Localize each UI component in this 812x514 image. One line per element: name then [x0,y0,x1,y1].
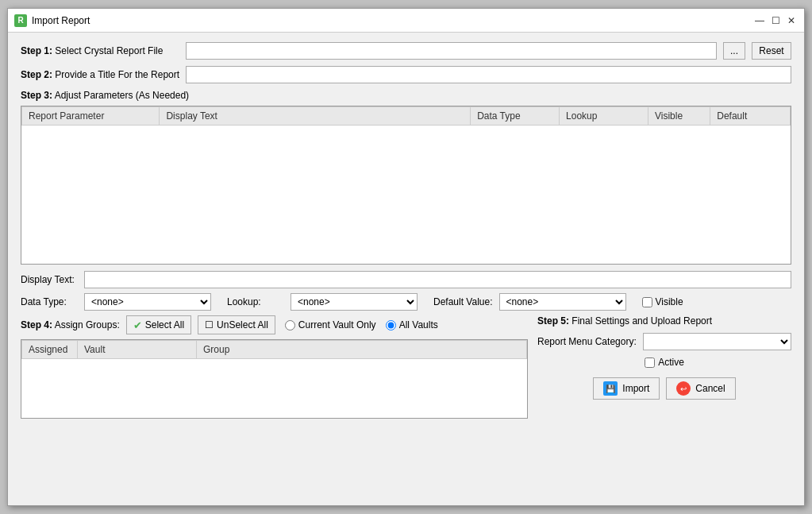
title-bar-left: R Import Report [14,14,90,27]
step2-row: Step 2: Provide a Title For the Report [21,66,791,83]
groups-table-header: Assigned Vault Group [22,341,527,359]
active-row: Active [537,357,791,368]
current-vault-radio-label[interactable]: Current Vault Only [285,319,376,330]
browse-button[interactable]: ... [723,42,745,60]
data-type-row: Data Type: <none> Lookup: <none> Default… [21,293,791,311]
col-assigned: Assigned [22,341,78,359]
square-icon: ☐ [205,319,214,330]
step3-label: Step 3: Adjust Parameters (As Needed) [21,90,791,101]
groups-table-container: Assigned Vault Group [21,339,528,419]
import-button[interactable]: 💾 Import [593,377,660,400]
lookup-label: Lookup: [227,296,284,307]
cancel-button[interactable]: ↩ Cancel [666,377,735,400]
window-icon: R [14,14,27,27]
step5-title: Step 5: Final Settings and Upload Report [537,315,791,327]
vault-radio-group: Current Vault Only All Vaults [285,319,438,330]
params-table-header: Report Parameter Display Text Data Type … [22,107,791,126]
col-lookup: Lookup [560,107,648,126]
data-type-label: Data Type: [21,296,78,307]
col-default: Default [710,107,791,126]
col-group: Group [197,341,527,359]
current-vault-radio[interactable] [285,320,295,330]
step5-menu-row: Report Menu Category: [537,333,791,350]
col-vault: Vault [78,341,197,359]
cancel-icon: ↩ [676,381,691,396]
crystal-report-file-input[interactable] [186,42,717,60]
params-table-container: Report Parameter Display Text Data Type … [21,106,791,265]
unselect-all-button[interactable]: ☐ UnSelect All [198,315,275,334]
content-area: Step 1: Select Crystal Report File ... R… [8,33,804,505]
active-checkbox-label[interactable]: Active [645,357,684,368]
maximize-button[interactable]: ☐ [769,14,782,27]
groups-table: Assigned Vault Group [21,340,527,359]
close-button[interactable]: ✕ [785,14,798,27]
col-display-text: Display Text [160,107,471,126]
display-text-input[interactable] [84,271,791,288]
lookup-select[interactable]: <none> [291,293,418,311]
title-bar: R Import Report — ☐ ✕ [8,9,804,33]
bottom-section: Step 4: Assign Groups: ✔ Select All ☐ Un… [21,315,791,419]
step5-section: Step 5: Final Settings and Upload Report… [537,315,791,419]
minimize-button[interactable]: — [753,14,766,27]
col-report-parameter: Report Parameter [22,107,160,126]
select-all-button[interactable]: ✔ Select All [126,315,191,334]
step1-label: Step 1: Select Crystal Report File [21,45,179,56]
reset-button[interactable]: Reset [752,42,791,60]
window-title: Import Report [32,15,90,26]
step2-label: Step 2: Provide a Title For the Report [21,69,179,80]
report-title-input[interactable] [186,66,791,83]
default-value-label: Default Value: [433,296,493,307]
params-table: Report Parameter Display Text Data Type … [21,106,791,126]
menu-category-select[interactable] [643,333,791,350]
step1-row: Step 1: Select Crystal Report File ... R… [21,42,791,60]
display-text-label: Display Text: [21,274,78,285]
col-data-type: Data Type [471,107,560,126]
visible-checkbox[interactable] [642,297,652,307]
step4-label: Step 4: Assign Groups: [21,319,120,330]
main-window: R Import Report — ☐ ✕ Step 1: Select Cry… [7,8,805,506]
default-value-select[interactable]: <none> [499,293,626,311]
all-vaults-radio-label[interactable]: All Vaults [386,319,438,330]
data-type-select[interactable]: <none> [84,293,211,311]
display-text-row: Display Text: [21,271,791,288]
menu-category-label: Report Menu Category: [537,336,637,347]
visible-checkbox-label[interactable]: Visible [642,296,683,307]
check-icon: ✔ [133,319,142,331]
all-vaults-radio[interactable] [386,320,396,330]
title-controls: — ☐ ✕ [753,14,798,27]
step4-section: Step 4: Assign Groups: ✔ Select All ☐ Un… [21,315,528,419]
import-icon: 💾 [603,381,618,396]
col-visible: Visible [648,107,710,126]
action-buttons: 💾 Import ↩ Cancel [537,377,791,400]
step4-header: Step 4: Assign Groups: ✔ Select All ☐ Un… [21,315,528,334]
active-checkbox[interactable] [645,357,655,368]
